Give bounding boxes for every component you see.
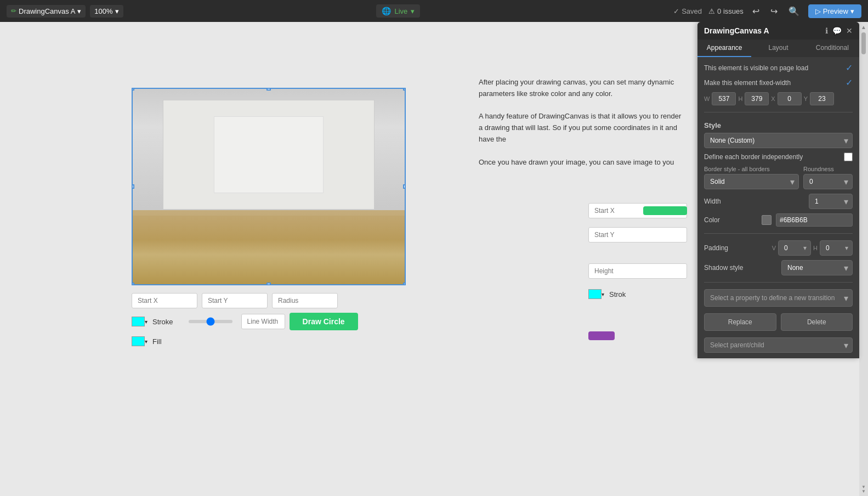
- zoom-selector[interactable]: 100% ▾: [90, 5, 123, 18]
- panel-tabs: Appearance Layout Conditional: [697, 40, 859, 57]
- scroll-up-arrow[interactable]: ▲: [861, 24, 866, 30]
- padding-h-select[interactable]: 0: [820, 240, 853, 256]
- padding-h-wrapper: 0: [820, 240, 853, 256]
- canvas-description: After placing your drawing canvas, you c…: [479, 77, 687, 168]
- preview-button[interactable]: ▷ Preview ▾: [808, 4, 861, 18]
- x-input[interactable]: [778, 92, 802, 105]
- fixed-width-row: Make this element fixed-width ✓: [704, 77, 853, 88]
- fill-color-swatch[interactable]: ▾: [132, 335, 148, 348]
- fill-label: Fill: [152, 337, 162, 346]
- handle-top-left[interactable]: [132, 88, 134, 91]
- redo-button[interactable]: ↪: [768, 4, 780, 19]
- shadow-row: Shadow style None: [704, 260, 853, 275]
- panel-body: This element is visible on page load ✓ M…: [697, 57, 859, 358]
- select-parent-select[interactable]: Select parent/child: [704, 337, 853, 353]
- roundness-select[interactable]: 0: [803, 174, 853, 189]
- panel-header-icons: ℹ 💬 ✕: [825, 26, 853, 35]
- info-icon[interactable]: ℹ: [825, 26, 828, 35]
- stroke-color-swatch[interactable]: ▾: [132, 315, 148, 328]
- border-width-select[interactable]: 1: [809, 194, 853, 209]
- delete-button[interactable]: Delete: [781, 313, 853, 331]
- form-row-3: ▾ Fill: [132, 335, 406, 348]
- properties-panel: DrawingCanvas A ℹ 💬 ✕ Appearance Layout …: [697, 22, 859, 358]
- start-x-input[interactable]: [132, 293, 197, 308]
- start-y-input[interactable]: [202, 293, 268, 308]
- shadow-select[interactable]: None: [781, 260, 853, 275]
- replace-button[interactable]: Replace: [704, 313, 776, 331]
- topbar: ✏ DrawingCanvas A ▾ 100% ▾ 🌐 Live ▾ ✓ Sa…: [0, 0, 868, 22]
- drawing-canvas-wrapper: ▾ Stroke Draw Circle ▾ Fill: [132, 88, 406, 348]
- style-select[interactable]: None (Custom): [704, 133, 853, 148]
- width-input[interactable]: [712, 92, 736, 105]
- right-start-y-input[interactable]: [588, 227, 687, 243]
- handle-middle-right[interactable]: [403, 184, 406, 189]
- draw-circle-button[interactable]: Draw Circle: [290, 313, 358, 330]
- canvas-name-label: DrawingCanvas A: [19, 7, 75, 15]
- preview-icon: ▷: [815, 7, 821, 15]
- h-label-padding: H: [813, 245, 818, 251]
- style-section: Style None (Custom): [704, 119, 853, 148]
- shadow-select-wrapper: None: [781, 260, 853, 275]
- handle-bottom-left[interactable]: [132, 283, 134, 285]
- undo-button[interactable]: ↩: [750, 4, 762, 19]
- height-input[interactable]: [745, 92, 769, 105]
- preview-chevron: ▾: [850, 7, 854, 15]
- drawing-canvas[interactable]: [132, 88, 406, 285]
- search-button[interactable]: 🔍: [786, 4, 802, 19]
- canvas-inner-frame: [163, 100, 375, 210]
- saved-status: ✓ Saved: [673, 7, 702, 15]
- select-parent-wrapper: Select parent/child: [704, 337, 853, 353]
- right-purple-button[interactable]: [588, 331, 615, 340]
- padding-label: Padding: [704, 244, 768, 252]
- stroke-range[interactable]: [189, 320, 232, 323]
- canvas-name-selector[interactable]: ✏ DrawingCanvas A ▾: [7, 5, 86, 18]
- fill-swatch-arrow: ▾: [145, 339, 147, 345]
- transition-select[interactable]: Select a property to define a new transi…: [704, 289, 853, 307]
- close-icon[interactable]: ✕: [846, 26, 853, 35]
- visible-row: This element is visible on page load ✓: [704, 63, 853, 73]
- border-style-select[interactable]: Solid: [704, 174, 799, 189]
- border-width-wrapper: 1: [809, 194, 853, 209]
- tab-conditional[interactable]: Conditional: [805, 40, 859, 57]
- tab-layout[interactable]: Layout: [751, 40, 805, 57]
- handle-middle-left[interactable]: [132, 184, 134, 189]
- desc-para-3: Once you have drawn your image, you can …: [479, 157, 687, 168]
- x-label: X: [771, 95, 775, 102]
- line-width-input[interactable]: [241, 314, 285, 329]
- handle-bottom-right[interactable]: [403, 283, 406, 285]
- color-preview-box[interactable]: [762, 215, 771, 225]
- tab-appearance[interactable]: Appearance: [697, 40, 751, 57]
- border-roundness-row: Border style - all borders Solid Roundne…: [704, 166, 853, 189]
- divider-1: [704, 112, 853, 112]
- radius-input[interactable]: [272, 293, 338, 308]
- y-input[interactable]: [810, 92, 834, 105]
- saved-icon: ✓: [673, 7, 679, 15]
- divider-3: [704, 282, 853, 283]
- color-hex-input[interactable]: [776, 213, 853, 227]
- define-border-row: Define each border independently: [704, 153, 853, 161]
- right-height-input[interactable]: [588, 263, 687, 279]
- scroll-thumb[interactable]: [861, 32, 866, 54]
- padding-v-select[interactable]: 0: [778, 240, 811, 256]
- right-stroke-swatch[interactable]: ▾: [588, 288, 605, 301]
- handle-top-center[interactable]: [266, 88, 271, 91]
- right-form-area: ▾ Strok: [588, 203, 687, 340]
- chat-icon[interactable]: 💬: [832, 26, 842, 35]
- handle-bottom-center[interactable]: [266, 283, 271, 285]
- color-row: Color: [704, 213, 853, 227]
- fixed-width-check[interactable]: ✓: [846, 77, 853, 88]
- panel-title: DrawingCanvas A: [704, 26, 769, 35]
- form-row-1: [132, 293, 406, 308]
- handle-top-right[interactable]: [403, 88, 406, 91]
- desc-para-2: A handy feature of DrawingCanvas is that…: [479, 111, 687, 145]
- scrollbar-right[interactable]: ▲ ▼▼: [859, 22, 868, 496]
- right-green-button[interactable]: [643, 206, 687, 215]
- visible-check[interactable]: ✓: [846, 63, 853, 73]
- define-border-check[interactable]: [844, 153, 853, 161]
- y-label: Y: [804, 95, 808, 102]
- desc-para-1: After placing your drawing canvas, you c…: [479, 77, 687, 100]
- visible-label: This element is visible on page load: [704, 64, 841, 72]
- warning-icon: ⚠: [708, 7, 715, 15]
- live-button[interactable]: 🌐 Live ▾: [376, 4, 420, 18]
- scroll-down-arrows[interactable]: ▼▼: [861, 485, 866, 494]
